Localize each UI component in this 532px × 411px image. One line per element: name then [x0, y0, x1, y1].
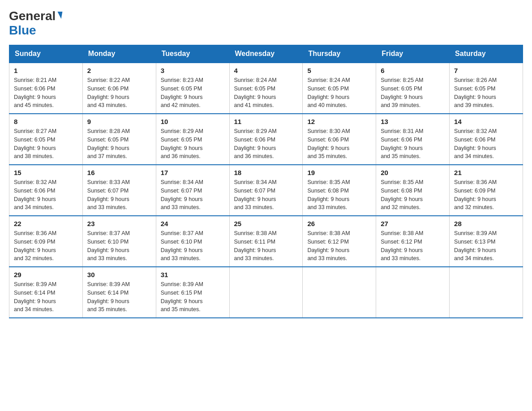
day-number: 31 — [161, 271, 225, 278]
day-number: 23 — [87, 220, 151, 227]
day-number: 1 — [14, 67, 78, 74]
day-number: 4 — [234, 67, 298, 74]
calendar-week-1: 1 Sunrise: 8:21 AM Sunset: 6:06 PM Dayli… — [9, 63, 523, 114]
logo-arrow-icon — [56, 12, 63, 19]
calendar-cell: 5 Sunrise: 8:24 AM Sunset: 6:05 PM Dayli… — [303, 63, 376, 114]
calendar-cell: 24 Sunrise: 8:37 AM Sunset: 6:10 PM Dayl… — [156, 216, 229, 267]
calendar-cell: 9 Sunrise: 8:28 AM Sunset: 6:05 PM Dayli… — [82, 114, 156, 165]
day-number: 6 — [381, 67, 445, 74]
day-info: Sunrise: 8:27 AM Sunset: 6:05 PM Dayligh… — [14, 127, 78, 161]
calendar-cell: 19 Sunrise: 8:35 AM Sunset: 6:08 PM Dayl… — [303, 165, 376, 216]
day-info: Sunrise: 8:24 AM Sunset: 6:05 PM Dayligh… — [234, 76, 298, 110]
day-info: Sunrise: 8:24 AM Sunset: 6:05 PM Dayligh… — [307, 76, 371, 110]
day-number: 17 — [161, 169, 225, 176]
calendar-cell: 18 Sunrise: 8:34 AM Sunset: 6:07 PM Dayl… — [229, 165, 303, 216]
day-info: Sunrise: 8:36 AM Sunset: 6:09 PM Dayligh… — [14, 229, 78, 263]
calendar-week-4: 22 Sunrise: 8:36 AM Sunset: 6:09 PM Dayl… — [9, 216, 523, 267]
day-info: Sunrise: 8:39 AM Sunset: 6:13 PM Dayligh… — [454, 229, 518, 263]
day-number: 13 — [381, 118, 445, 125]
calendar-cell: 16 Sunrise: 8:33 AM Sunset: 6:07 PM Dayl… — [82, 165, 156, 216]
day-number: 28 — [454, 220, 518, 227]
day-number: 21 — [454, 169, 518, 176]
calendar-cell: 25 Sunrise: 8:38 AM Sunset: 6:11 PM Dayl… — [229, 216, 303, 267]
day-info: Sunrise: 8:32 AM Sunset: 6:06 PM Dayligh… — [454, 127, 518, 161]
day-info: Sunrise: 8:22 AM Sunset: 6:06 PM Dayligh… — [87, 76, 151, 110]
day-number: 25 — [234, 220, 298, 227]
calendar-cell: 28 Sunrise: 8:39 AM Sunset: 6:13 PM Dayl… — [450, 216, 523, 267]
calendar-cell: 31 Sunrise: 8:39 AM Sunset: 6:15 PM Dayl… — [156, 267, 229, 318]
day-number: 24 — [161, 220, 225, 227]
calendar-cell: 30 Sunrise: 8:39 AM Sunset: 6:14 PM Dayl… — [82, 267, 156, 318]
day-number: 26 — [307, 220, 371, 227]
calendar-cell — [229, 267, 303, 318]
calendar-cell: 20 Sunrise: 8:35 AM Sunset: 6:08 PM Dayl… — [376, 165, 450, 216]
day-info: Sunrise: 8:26 AM Sunset: 6:05 PM Dayligh… — [454, 76, 518, 110]
logo: General Blue — [9, 9, 62, 38]
calendar-cell — [450, 267, 523, 318]
day-number: 9 — [87, 118, 151, 125]
calendar-cell: 22 Sunrise: 8:36 AM Sunset: 6:09 PM Dayl… — [9, 216, 83, 267]
calendar-week-5: 29 Sunrise: 8:39 AM Sunset: 6:14 PM Dayl… — [9, 267, 523, 318]
day-number: 3 — [161, 67, 225, 74]
day-number: 5 — [307, 67, 371, 74]
day-info: Sunrise: 8:29 AM Sunset: 6:05 PM Dayligh… — [161, 127, 225, 161]
day-number: 19 — [307, 169, 371, 176]
logo-general-text: General — [9, 9, 56, 23]
calendar-week-2: 8 Sunrise: 8:27 AM Sunset: 6:05 PM Dayli… — [9, 114, 523, 165]
header-row: Sunday Monday Tuesday Wednesday Thursday… — [9, 45, 523, 63]
calendar-cell: 10 Sunrise: 8:29 AM Sunset: 6:05 PM Dayl… — [156, 114, 229, 165]
day-info: Sunrise: 8:38 AM Sunset: 6:11 PM Dayligh… — [234, 229, 298, 263]
calendar-cell: 23 Sunrise: 8:37 AM Sunset: 6:10 PM Dayl… — [82, 216, 156, 267]
header-tuesday: Tuesday — [156, 45, 229, 63]
calendar-cell: 29 Sunrise: 8:39 AM Sunset: 6:14 PM Dayl… — [9, 267, 83, 318]
day-info: Sunrise: 8:23 AM Sunset: 6:05 PM Dayligh… — [161, 76, 225, 110]
day-info: Sunrise: 8:39 AM Sunset: 6:15 PM Dayligh… — [161, 280, 225, 314]
day-number: 30 — [87, 271, 151, 278]
logo-blue-text: Blue — [9, 23, 36, 38]
page-header: General Blue — [9, 9, 523, 38]
day-info: Sunrise: 8:36 AM Sunset: 6:09 PM Dayligh… — [454, 178, 518, 212]
day-number: 18 — [234, 169, 298, 176]
day-info: Sunrise: 8:30 AM Sunset: 6:06 PM Dayligh… — [307, 127, 371, 161]
day-number: 16 — [87, 169, 151, 176]
day-number: 12 — [307, 118, 371, 125]
header-wednesday: Wednesday — [229, 45, 303, 63]
day-number: 2 — [87, 67, 151, 74]
calendar-cell: 27 Sunrise: 8:38 AM Sunset: 6:12 PM Dayl… — [376, 216, 450, 267]
day-info: Sunrise: 8:38 AM Sunset: 6:12 PM Dayligh… — [307, 229, 371, 263]
calendar-cell: 7 Sunrise: 8:26 AM Sunset: 6:05 PM Dayli… — [450, 63, 523, 114]
day-info: Sunrise: 8:28 AM Sunset: 6:05 PM Dayligh… — [87, 127, 151, 161]
day-info: Sunrise: 8:32 AM Sunset: 6:06 PM Dayligh… — [14, 178, 78, 212]
calendar-cell: 6 Sunrise: 8:25 AM Sunset: 6:05 PM Dayli… — [376, 63, 450, 114]
calendar-cell: 8 Sunrise: 8:27 AM Sunset: 6:05 PM Dayli… — [9, 114, 83, 165]
day-info: Sunrise: 8:31 AM Sunset: 6:06 PM Dayligh… — [381, 127, 445, 161]
day-info: Sunrise: 8:38 AM Sunset: 6:12 PM Dayligh… — [381, 229, 445, 263]
day-number: 10 — [161, 118, 225, 125]
day-info: Sunrise: 8:37 AM Sunset: 6:10 PM Dayligh… — [87, 229, 151, 263]
day-number: 15 — [14, 169, 78, 176]
day-number: 11 — [234, 118, 298, 125]
calendar-cell: 13 Sunrise: 8:31 AM Sunset: 6:06 PM Dayl… — [376, 114, 450, 165]
header-thursday: Thursday — [303, 45, 376, 63]
calendar-cell: 4 Sunrise: 8:24 AM Sunset: 6:05 PM Dayli… — [229, 63, 303, 114]
calendar-cell: 3 Sunrise: 8:23 AM Sunset: 6:05 PM Dayli… — [156, 63, 229, 114]
day-info: Sunrise: 8:29 AM Sunset: 6:06 PM Dayligh… — [234, 127, 298, 161]
day-info: Sunrise: 8:34 AM Sunset: 6:07 PM Dayligh… — [161, 178, 225, 212]
day-number: 22 — [14, 220, 78, 227]
day-info: Sunrise: 8:37 AM Sunset: 6:10 PM Dayligh… — [161, 229, 225, 263]
calendar-cell: 2 Sunrise: 8:22 AM Sunset: 6:06 PM Dayli… — [82, 63, 156, 114]
header-friday: Friday — [376, 45, 450, 63]
calendar-cell: 26 Sunrise: 8:38 AM Sunset: 6:12 PM Dayl… — [303, 216, 376, 267]
day-info: Sunrise: 8:33 AM Sunset: 6:07 PM Dayligh… — [87, 178, 151, 212]
calendar-cell: 15 Sunrise: 8:32 AM Sunset: 6:06 PM Dayl… — [9, 165, 83, 216]
calendar-cell: 14 Sunrise: 8:32 AM Sunset: 6:06 PM Dayl… — [450, 114, 523, 165]
calendar-cell — [376, 267, 450, 318]
day-number: 27 — [381, 220, 445, 227]
day-number: 7 — [454, 67, 518, 74]
day-number: 14 — [454, 118, 518, 125]
calendar-cell: 12 Sunrise: 8:30 AM Sunset: 6:06 PM Dayl… — [303, 114, 376, 165]
day-number: 8 — [14, 118, 78, 125]
calendar-cell — [303, 267, 376, 318]
header-monday: Monday — [82, 45, 156, 63]
day-info: Sunrise: 8:25 AM Sunset: 6:05 PM Dayligh… — [381, 76, 445, 110]
